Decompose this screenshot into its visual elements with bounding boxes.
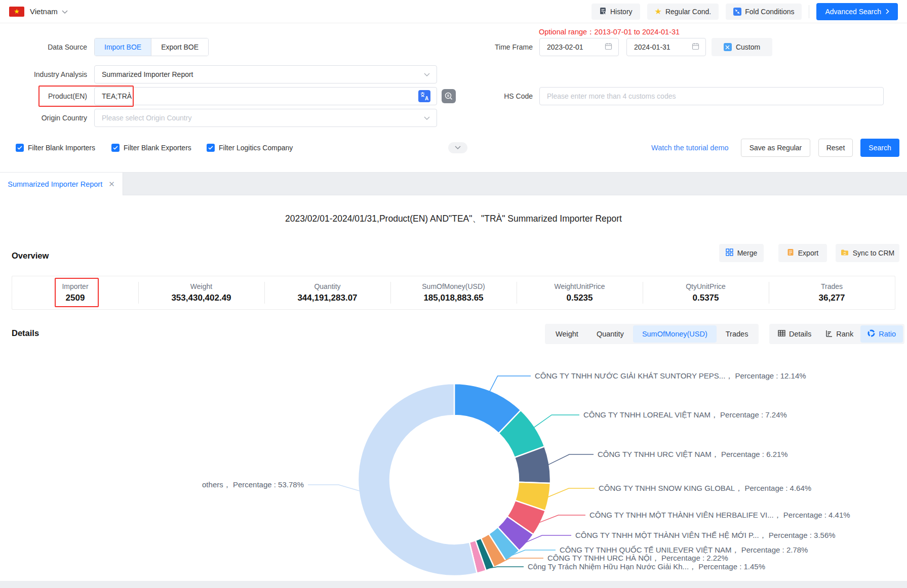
slice-label: others， Percentage : 53.78% (202, 480, 304, 489)
filter-blank-importers-checkbox[interactable]: Filter Blank Importers (16, 144, 95, 152)
custom-label: Custom (736, 43, 760, 51)
report-title: 2023/02/01-2024/01/31,Product(EN) AND"TE… (0, 213, 907, 225)
merge-label: Merge (737, 249, 758, 257)
save-as-regular-button[interactable]: Save as Regular (741, 139, 810, 157)
metric-tab-sum-of-money[interactable]: SumOfMoney(USD) (633, 325, 717, 343)
stat-sum-of-money: SumOfMoney(USD) 185,018,883.65 (390, 276, 517, 309)
close-icon[interactable]: ✕ (108, 180, 115, 189)
fold-conditions-button[interactable]: Fold Conditions (726, 4, 802, 20)
history-label: History (610, 8, 633, 16)
view-tab-label: Ratio (879, 330, 896, 338)
filter-blank-importers-label: Filter Blank Importers (28, 144, 95, 152)
collapse-conditions-button[interactable] (448, 142, 467, 153)
hs-code-input[interactable] (539, 87, 884, 105)
sync-to-crm-label: Sync to CRM (853, 249, 894, 257)
product-en-label: Product(EN) (0, 92, 87, 100)
ratio-donut-chart: CÔNG TY TNHH NƯỚC GIẢI KHÁT SUNTORY PEPS… (0, 353, 907, 579)
export-icon (787, 248, 794, 258)
tutorial-demo-link[interactable]: Watch the tutorial demo (651, 144, 729, 152)
regular-cond-button[interactable]: ★ Regular Cond. (647, 4, 719, 20)
stat-trades: Trades 36,277 (769, 276, 895, 309)
slice-label: CÔNG TY TNHH MỘT THÀNH VIÊN HERBALIFE VI… (589, 511, 850, 519)
bottom-scroll-strip[interactable] (0, 581, 907, 588)
filter-logitics-company-checkbox[interactable]: Filter Logitics Company (207, 144, 293, 152)
view-tab-ratio[interactable]: Ratio (860, 325, 903, 343)
date-from-input[interactable]: 2023-02-01 (539, 38, 619, 56)
exact-match-icon[interactable] (442, 89, 456, 103)
slice-label: CÔNG TY TNHH LOREAL VIỆT NAM， Percentage… (583, 410, 787, 419)
slice-label: CÔNG TY TNHH QUỐC TẾ UNILEVER VIỆT NAM， … (560, 545, 808, 554)
slice-label: CÔNG TY TNHH SNOW KING GLOBAL， Percentag… (599, 484, 811, 492)
star-icon: ★ (655, 8, 662, 16)
filter-logitics-company-label: Filter Logitics Company (219, 144, 293, 152)
tab-import-boe[interactable]: Import BOE (95, 38, 151, 56)
stat-value: 344,191,283.07 (297, 293, 357, 303)
checkbox-checked-icon (16, 144, 24, 152)
custom-range-button[interactable]: Custom (712, 38, 772, 56)
search-button[interactable]: Search (860, 139, 899, 157)
calendar-icon (605, 43, 612, 52)
chevron-down-icon (424, 70, 430, 78)
view-tabs: Details Rank Ratio (769, 324, 904, 344)
view-tab-rank[interactable]: Rank (818, 325, 860, 343)
chevron-down-icon (424, 114, 430, 122)
date-to-input[interactable]: 2024-01-31 (626, 38, 706, 56)
chevron-down-icon[interactable] (62, 8, 68, 16)
calendar-icon (692, 43, 699, 52)
merge-button[interactable]: Merge (719, 244, 764, 262)
time-frame-label: Time Frame (472, 43, 533, 51)
stat-qty-unit-price: QtyUnitPrice 0.5375 (643, 276, 769, 309)
tab-summarized-importer-report[interactable]: Summarized Importer Report ✕ (0, 173, 123, 195)
overview-stats-card: Importer 2509 Weight 353,430,402.49 Quan… (12, 276, 895, 310)
view-tab-label: Details (789, 330, 811, 338)
history-button[interactable]: History (591, 4, 640, 20)
filter-blank-exporters-checkbox[interactable]: Filter Blank Exporters (111, 144, 191, 152)
metric-tab-quantity[interactable]: Quantity (587, 325, 633, 343)
reset-button[interactable]: Reset (818, 139, 853, 157)
export-button[interactable]: Export (778, 244, 827, 262)
slice-label: CÔNG TY TNHH URC VIỆT NAM， Percentage : … (598, 450, 788, 458)
origin-country-placeholder: Please select Origin Country (102, 114, 191, 122)
table-icon (778, 330, 785, 338)
checkbox-checked-icon (207, 144, 215, 152)
stat-value: 185,018,883.65 (423, 293, 483, 303)
stat-label: Trades (821, 282, 843, 290)
stat-value: 0.5235 (567, 293, 593, 303)
metric-tab-trades[interactable]: Trades (717, 325, 758, 343)
slice-label: CÔNG TY TNHH NƯỚC GIẢI KHÁT SUNTORY PEPS… (535, 371, 806, 380)
chevron-right-icon (886, 8, 889, 16)
label-callout-line (526, 535, 571, 542)
industry-analysis-select[interactable]: Summarized Importer Report (94, 65, 437, 83)
translate-icon[interactable]: A (418, 90, 430, 102)
metric-tab-weight[interactable]: Weight (546, 325, 587, 343)
stat-value: 2509 (66, 293, 85, 303)
sync-to-crm-button[interactable]: Sync to CRM (836, 244, 899, 262)
stat-quantity: Quantity 344,191,283.07 (264, 276, 390, 309)
origin-country-select[interactable]: Please select Origin Country (94, 109, 437, 127)
folder-sync-icon (841, 249, 849, 258)
merge-icon (726, 248, 733, 258)
stat-weight-unit-price: WeightUnitPrice 0.5235 (517, 276, 643, 309)
stat-importer: Importer 2509 (12, 276, 138, 309)
country-selector-label: Vietnam (30, 7, 58, 16)
data-source-label: Data Source (0, 43, 87, 51)
origin-country-label: Origin Country (0, 114, 87, 122)
stat-label: QtyUnitPrice (686, 282, 726, 290)
product-en-input[interactable] (94, 87, 437, 105)
tab-title: Summarized Importer Report (8, 180, 102, 188)
label-callout-line (308, 485, 360, 491)
advanced-search-button[interactable]: Advanced Search (816, 3, 898, 20)
slice-label: CÔNG TY TNHH MỘT THÀNH VIÊN THẾ HỆ MỚI P… (575, 531, 836, 539)
stat-label: SumOfMoney(USD) (422, 282, 485, 290)
view-tab-details[interactable]: Details (771, 325, 818, 343)
stat-label: Quantity (314, 282, 340, 290)
stat-label: Weight (190, 282, 212, 290)
tab-export-boe[interactable]: Export BOE (151, 38, 208, 56)
top-bar: ★ Vietnam History ★ Regular Cond. Fold C… (0, 0, 907, 23)
export-label: Export (798, 249, 818, 257)
rank-icon (825, 330, 833, 339)
slice-label: Công Ty Trách Nhiệm Hữu Hạn Nước Giải Kh… (528, 562, 765, 571)
industry-analysis-value: Summarized Importer Report (102, 70, 193, 78)
data-source-tabs: Import BOE Export BOE (94, 38, 209, 56)
label-callout-line (539, 515, 585, 523)
